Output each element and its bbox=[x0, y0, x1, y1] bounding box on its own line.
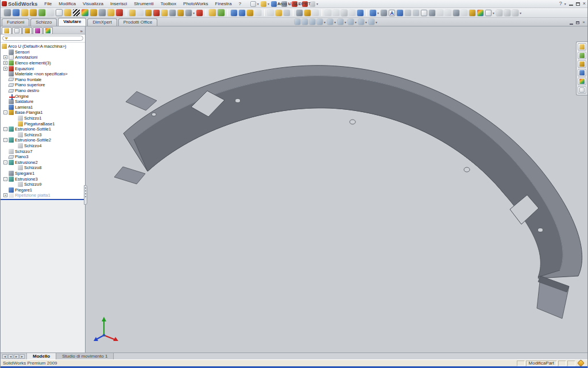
clock-icon[interactable] bbox=[255, 10, 261, 16]
flag-icon[interactable] bbox=[153, 10, 160, 16]
diagnostics-icon[interactable] bbox=[116, 9, 123, 16]
note-icon[interactable]: A bbox=[389, 10, 395, 16]
undo-icon[interactable] bbox=[292, 1, 297, 7]
new-document-icon[interactable] bbox=[250, 1, 256, 7]
resources-home-button[interactable] bbox=[578, 43, 586, 51]
tab-funzioni[interactable]: Funzioni bbox=[2, 18, 29, 26]
wrench-icon[interactable] bbox=[161, 10, 168, 16]
zoom-in-icon[interactable] bbox=[405, 10, 411, 16]
anchor-icon[interactable] bbox=[177, 10, 184, 16]
expand-toggle[interactable]: + bbox=[3, 193, 7, 197]
tree-item-estrusione-sottile2[interactable]: -Estrusione-Sottile2 bbox=[1, 137, 85, 143]
graphics-viewport[interactable] bbox=[86, 26, 587, 352]
camera-icon[interactable] bbox=[296, 10, 303, 16]
align-icon[interactable] bbox=[504, 10, 510, 16]
hand-icon[interactable] bbox=[268, 10, 274, 16]
tree-item-schizzo1[interactable]: Schizzo1 bbox=[1, 116, 85, 121]
tab-schizzo[interactable]: Schizzo bbox=[30, 18, 57, 26]
image-icon[interactable] bbox=[437, 10, 443, 16]
zebra-stripes-icon[interactable] bbox=[73, 9, 80, 16]
tab-modello[interactable]: Modello bbox=[27, 353, 56, 359]
tree-item-schizzo3[interactable]: Schizzo3 bbox=[1, 132, 85, 138]
expand-toggle[interactable]: + bbox=[3, 61, 7, 65]
options-dropdown-icon[interactable]: ▾ bbox=[316, 2, 318, 6]
scroll-first-button[interactable]: ◄ bbox=[2, 354, 7, 359]
close-button[interactable]: × bbox=[583, 1, 586, 6]
undercut-analysis-icon[interactable] bbox=[90, 9, 97, 16]
tree-item-schizzo9[interactable]: Schizzo9 bbox=[1, 182, 85, 187]
check-icon[interactable] bbox=[38, 9, 45, 16]
filter-input[interactable] bbox=[2, 36, 83, 41]
view-orientation-icon[interactable] bbox=[327, 19, 333, 25]
save-icon[interactable] bbox=[271, 1, 277, 7]
display-style-dropdown-icon[interactable]: ▾ bbox=[345, 20, 346, 24]
appearance-icon[interactable] bbox=[477, 10, 483, 16]
smart-component-icon[interactable] bbox=[218, 9, 225, 16]
scroll-prev-button[interactable]: ◄ bbox=[8, 354, 13, 359]
panel-tabs-overflow-button[interactable]: » bbox=[80, 29, 84, 34]
map-icon[interactable] bbox=[445, 10, 451, 16]
doc-close-button[interactable]: × bbox=[582, 20, 585, 25]
verify-entity-icon[interactable] bbox=[4, 9, 11, 16]
menu-help[interactable]: ? bbox=[235, 1, 244, 7]
hide-show-dropdown-icon[interactable]: ▾ bbox=[355, 20, 357, 24]
section-view-icon[interactable] bbox=[317, 19, 323, 25]
edit-appearance-icon[interactable] bbox=[358, 19, 364, 25]
restore-button[interactable] bbox=[576, 2, 580, 6]
zoom-out-icon[interactable] bbox=[413, 10, 419, 16]
draft-analysis-icon[interactable] bbox=[82, 9, 88, 16]
custom-properties-button[interactable] bbox=[578, 86, 586, 94]
table-view-icon[interactable] bbox=[349, 10, 355, 16]
apply-scene-icon[interactable] bbox=[369, 19, 374, 25]
tree-item-piegare1[interactable]: Piegare1 bbox=[1, 187, 85, 193]
symmetry-check-icon[interactable] bbox=[47, 9, 54, 16]
scroll-last-button[interactable]: ► bbox=[20, 354, 25, 359]
print-icon[interactable] bbox=[281, 1, 287, 7]
origin-target-icon[interactable] bbox=[496, 10, 502, 16]
lights-icon[interactable] bbox=[304, 10, 311, 16]
chart-icon[interactable] bbox=[357, 10, 363, 16]
tree-item-schizzo4[interactable]: Schizzo4 bbox=[1, 143, 85, 149]
tree-item-spiegare1[interactable]: Spiegare1 bbox=[1, 171, 85, 177]
picture-dropdown-icon[interactable]: ▾ bbox=[493, 11, 494, 15]
tree-item-origine[interactable]: Origine bbox=[1, 93, 85, 99]
checkmark-icon[interactable] bbox=[421, 10, 427, 16]
part-hole-3[interactable] bbox=[350, 120, 355, 124]
menu-visualizza[interactable]: Visualizza bbox=[79, 1, 107, 7]
tree-item-materiale[interactable]: Materiale <non specificato> bbox=[1, 71, 85, 77]
users-icon[interactable] bbox=[239, 10, 245, 16]
dimension-tool-icon[interactable] bbox=[137, 10, 144, 16]
warning-icon[interactable] bbox=[469, 10, 475, 16]
tab-propertymanager[interactable] bbox=[12, 27, 22, 34]
file-explorer-button[interactable] bbox=[578, 60, 586, 68]
design-library-button[interactable] bbox=[578, 52, 586, 59]
spell-check-icon[interactable] bbox=[397, 10, 403, 16]
paste-icon[interactable] bbox=[333, 10, 339, 16]
part-hole-1[interactable] bbox=[152, 113, 156, 116]
part-hole-4[interactable] bbox=[464, 167, 470, 172]
tree-item-piano-destro[interactable]: Piano destro bbox=[1, 88, 85, 94]
appearance-dropdown-icon[interactable]: ▾ bbox=[365, 20, 367, 24]
tab-displaymanager[interactable] bbox=[43, 27, 53, 34]
grid-icon[interactable] bbox=[512, 10, 519, 16]
expand-toggle[interactable]: - bbox=[3, 127, 7, 131]
mass-properties-icon[interactable] bbox=[21, 9, 28, 16]
part-left-top-tab[interactable] bbox=[126, 91, 157, 110]
tree-item-piano-frontale[interactable]: Piano frontale bbox=[1, 77, 85, 83]
menu-strumenti[interactable]: Strumenti bbox=[130, 1, 157, 7]
sheet-metal-part[interactable] bbox=[86, 26, 587, 352]
measure-icon[interactable] bbox=[13, 9, 20, 16]
user-icon[interactable] bbox=[231, 10, 237, 16]
save-dropdown-icon[interactable]: ▾ bbox=[278, 2, 280, 6]
smart-dimension-icon[interactable] bbox=[370, 10, 376, 16]
zoom-fit-icon[interactable] bbox=[295, 19, 300, 25]
print-dropdown-icon[interactable]: ▾ bbox=[288, 2, 290, 6]
frame-icon[interactable] bbox=[284, 10, 290, 16]
link-icon[interactable] bbox=[185, 10, 192, 16]
tree-item-schizzo7[interactable]: Schizzo7 bbox=[1, 148, 85, 154]
list-view-icon[interactable] bbox=[341, 10, 347, 16]
previous-view-icon[interactable] bbox=[310, 19, 315, 25]
tree-item-piano3[interactable]: Piano3 bbox=[1, 154, 85, 160]
tab-valutare[interactable]: Valutare bbox=[58, 18, 86, 26]
section-properties-icon[interactable] bbox=[30, 9, 37, 16]
